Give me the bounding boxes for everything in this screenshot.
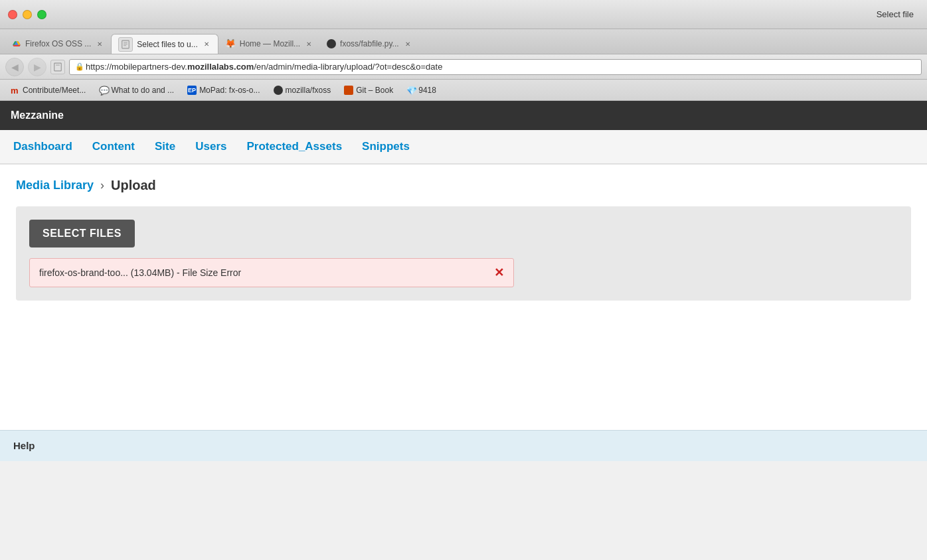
git-bookmark-icon <box>344 86 353 95</box>
bookmark-contribute[interactable]: m Contribute/Meet... <box>5 84 91 97</box>
tab-3-close[interactable]: ✕ <box>304 39 313 48</box>
bookmark-gitbook-label: Git – Book <box>356 86 393 95</box>
bookmark-fxoss-label: mozilla/fxoss <box>286 86 331 95</box>
m-bookmark-icon: m <box>11 86 20 95</box>
tab-4-close[interactable]: ✕ <box>403 39 412 48</box>
file-error-row: firefox-os-brand-too... (13.04MB) - File… <box>29 258 514 287</box>
tab-3-title: Home — Mozill... <box>240 39 300 48</box>
bookmark-mopad[interactable]: EP MoPad: fx-os-o... <box>182 84 265 97</box>
nav-users[interactable]: Users <box>195 140 226 153</box>
bookmark-contribute-label: Contribute/Meet... <box>23 86 86 95</box>
tab-1-title: Firefox OS OSS ... <box>25 39 91 48</box>
back-button[interactable]: ◀ <box>5 58 24 76</box>
drive-tab-icon <box>12 39 21 48</box>
breadcrumb-separator: › <box>100 178 104 192</box>
app-nav-bar: Mezzanine <box>0 101 927 130</box>
address-bar: ◀ ▶ 🔒 https://mobilepartners-dev.mozilla… <box>0 54 927 80</box>
ssl-lock-icon: 🔒 <box>75 62 84 71</box>
breadcrumb-parent-link[interactable]: Media Library <box>16 178 94 192</box>
browser-tab-3[interactable]: 🦊 Home — Mozill... ✕ <box>218 34 320 54</box>
bookmark-mopad-label: MoPad: fx-os-o... <box>199 86 260 95</box>
browser-tab-1[interactable]: Firefox OS OSS ... ✕ <box>5 34 111 54</box>
upload-panel: SELECT FILES firefox-os-brand-too... (13… <box>16 206 911 301</box>
close-window-button[interactable] <box>8 10 17 19</box>
main-nav: Dashboard Content Site Users Protected_A… <box>0 130 927 165</box>
breadcrumb: Media Library › Upload <box>16 178 911 193</box>
file-error-close-button[interactable]: ✕ <box>494 265 504 280</box>
ruby-bookmark-icon: 💎 <box>406 86 416 95</box>
tab-3-icon: 🦊 <box>225 38 236 49</box>
bookmark-mozilla-fxoss[interactable]: mozilla/fxoss <box>268 84 337 97</box>
page-thumbnail-icon <box>50 60 65 74</box>
title-bar: Select file <box>0 0 927 29</box>
github-tab-icon <box>327 39 336 48</box>
browser-tab-2[interactable]: Select files to u... ✕ <box>111 34 218 54</box>
file-error-text: firefox-os-brand-too... (13.04MB) - File… <box>39 267 241 278</box>
url-text: https://mobilepartners-dev.mozillalabs.c… <box>86 62 442 72</box>
bookmark-whattodo[interactable]: 💬 What to do and ... <box>94 84 179 97</box>
github-bookmark-icon <box>274 86 283 95</box>
svg-rect-4 <box>54 63 62 71</box>
bookmark-whattodo-label: What to do and ... <box>111 86 174 95</box>
chat-bookmark-icon: 💬 <box>99 86 108 95</box>
tab-1-close[interactable]: ✕ <box>95 39 104 48</box>
url-suffix: /en/admin/media-library/upload/?ot=desc&… <box>254 62 442 72</box>
ep-bookmark-icon: EP <box>187 86 197 95</box>
svg-rect-0 <box>122 40 129 48</box>
url-input[interactable]: 🔒 https://mobilepartners-dev.mozillalabs… <box>69 59 922 75</box>
nav-snippets[interactable]: Snippets <box>362 140 410 153</box>
url-prefix: https://mobilepartners-dev. <box>86 62 187 72</box>
window-controls[interactable] <box>8 10 46 19</box>
url-domain: mozillalabs.com <box>187 62 254 72</box>
bookmark-ruby-label: 9418 <box>418 86 436 95</box>
nav-dashboard[interactable]: Dashboard <box>13 140 72 153</box>
maximize-window-button[interactable] <box>37 10 46 19</box>
tab-2-title: Select files to u... <box>137 40 197 49</box>
bookmarks-bar: m Contribute/Meet... 💬 What to do and ..… <box>0 80 927 101</box>
help-panel: Help <box>0 430 927 461</box>
nav-content[interactable]: Content <box>92 140 135 153</box>
forward-button[interactable]: ▶ <box>28 58 46 76</box>
nav-protected-assets[interactable]: Protected_Assets <box>246 140 342 153</box>
tab-2-close[interactable]: ✕ <box>202 40 211 49</box>
tab-4-title: fxoss/fabfile.py... <box>340 39 398 48</box>
minimize-window-button[interactable] <box>23 10 32 19</box>
breadcrumb-current-page: Upload <box>111 178 156 193</box>
app-brand: Mezzanine <box>11 109 64 121</box>
nav-site[interactable]: Site <box>155 140 175 153</box>
bookmark-ruby[interactable]: 💎 9418 <box>401 84 442 97</box>
help-label: Help <box>13 440 35 451</box>
tab-bar: Firefox OS OSS ... ✕ Select files to u..… <box>0 29 927 54</box>
select-files-button[interactable]: SELECT FILES <box>29 220 135 247</box>
page-tab-icon <box>118 37 133 52</box>
window-title: Select file <box>877 9 914 19</box>
content-area: Media Library › Upload SELECT FILES fire… <box>0 165 927 430</box>
browser-tab-4[interactable]: fxoss/fabfile.py... ✕ <box>320 34 418 54</box>
bookmark-git-book[interactable]: Git – Book <box>339 84 398 97</box>
